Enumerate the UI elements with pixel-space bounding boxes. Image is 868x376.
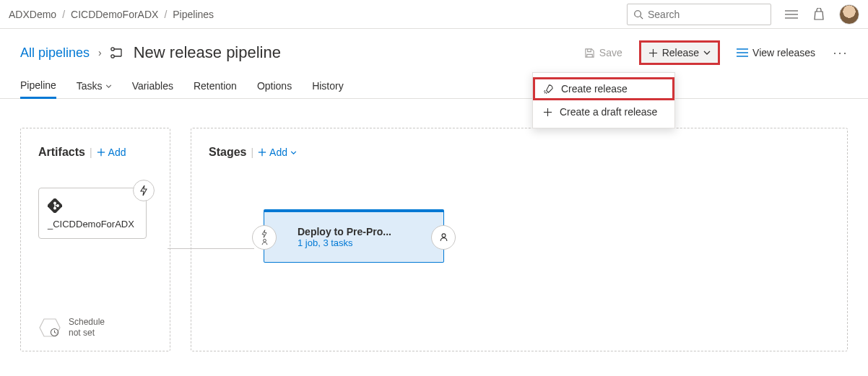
stage-card[interactable]: Deploy to Pre-Pro... 1 job, 3 tasks [264,209,444,263]
menu-create-draft-label: Create a draft release [560,106,657,118]
svg-point-5 [111,48,114,51]
trigger-badge[interactable] [133,180,155,201]
stages-add-button[interactable]: Add [258,147,297,158]
release-button[interactable]: Release [641,42,719,64]
artifacts-add-label: Add [108,147,126,158]
stage-name: Deploy to Pre-Pro... [298,226,391,237]
svg-line-1 [641,16,643,19]
more-icon[interactable]: ··· [833,45,848,60]
tab-tasks-label: Tasks [77,80,103,92]
view-releases-label: View releases [752,47,815,58]
menu-create-release[interactable]: Create release [533,77,674,100]
search-box[interactable] [627,4,771,25]
menu-create-release-label: Create release [561,83,628,95]
save-button: Save [576,42,630,64]
schedule-row[interactable]: Schedule not set [38,317,105,338]
stages-title: Stages [209,146,246,159]
person-icon [439,232,448,242]
tab-variables[interactable]: Variables [132,74,173,97]
page-header: All pipelines › New release pipeline Sav… [0,29,868,69]
lightning-icon [139,185,148,196]
breadcrumb-sep: / [164,9,167,20]
postdeploy-conditions-button[interactable] [431,225,456,250]
svg-point-19 [57,205,59,207]
artifacts-panel: Artifacts | Add _CICDDemoForADX [20,128,170,351]
plus-icon [97,148,105,157]
plus-icon [258,148,266,157]
svg-point-17 [54,202,56,204]
page-title[interactable]: New release pipeline [134,43,281,62]
list-releases-icon [737,48,748,57]
stages-add-label: Add [269,147,287,158]
chevron-down-icon [290,151,297,154]
breadcrumb: ADXDemo / CICDDemoForADX / Pipelines [9,9,214,20]
breadcrumb-project[interactable]: ADXDemo [9,9,56,20]
lightning-icon [261,229,268,238]
svg-point-18 [54,207,56,209]
marketplace-icon[interactable] [812,7,826,22]
plus-icon [648,48,658,58]
rocket-icon [543,84,554,95]
stage-meta-link[interactable]: 1 job, 3 tasks [298,237,391,248]
schedule-line1: Schedule [69,317,105,327]
search-icon [633,9,643,19]
svg-point-0 [635,10,641,17]
divider: | [251,147,253,158]
tab-history[interactable]: History [312,74,344,97]
list-icon[interactable] [784,7,799,22]
chevron-down-icon [703,51,711,55]
svg-point-27 [442,234,446,237]
breadcrumb-sep: / [62,9,65,20]
svg-point-6 [111,55,114,58]
view-releases-button[interactable]: View releases [729,42,823,64]
save-label: Save [599,47,622,58]
stages-panel: Stages | Add Deploy to Pre-Pro... 1 job,… [191,128,848,351]
divider: | [90,147,92,158]
save-icon [584,48,595,58]
schedule-hex-icon [38,318,61,338]
pipeline-icon [110,47,125,58]
all-pipelines-link[interactable]: All pipelines [20,45,90,61]
chevron-down-icon [105,84,112,88]
plus-icon [543,108,552,117]
predeploy-conditions-button[interactable] [252,225,277,250]
pipeline-canvas: Artifacts | Add _CICDDemoForADX [0,99,868,376]
artifacts-title: Artifacts [38,146,85,159]
schedule-line2: not set [69,328,105,338]
artifacts-add-button[interactable]: Add [97,147,126,158]
artifact-card[interactable]: _CICDDemoForADX [38,188,147,239]
search-input[interactable] [648,9,765,20]
top-bar: ADXDemo / CICDDemoForADX / Pipelines [0,0,868,29]
git-icon [48,198,137,213]
tab-tasks[interactable]: Tasks [77,74,112,97]
avatar[interactable] [839,4,859,25]
svg-point-26 [263,239,266,242]
release-menu: Create release Create a draft release [532,72,675,128]
tabs-row: Pipeline Tasks Variables Retention Optio… [0,69,868,99]
person-icon [261,238,269,245]
menu-create-draft[interactable]: Create a draft release [533,100,674,123]
breadcrumb-repo[interactable]: CICDDemoForADX [71,9,158,20]
artifact-name: _CICDDemoForADX [48,219,137,229]
chevron-right-icon: › [98,47,102,58]
tab-pipeline[interactable]: Pipeline [20,74,56,99]
release-label: Release [662,47,699,58]
schedule-text: Schedule not set [69,317,105,338]
tab-options[interactable]: Options [257,74,292,97]
tab-retention[interactable]: Retention [194,74,237,97]
breadcrumb-section[interactable]: Pipelines [173,9,214,20]
